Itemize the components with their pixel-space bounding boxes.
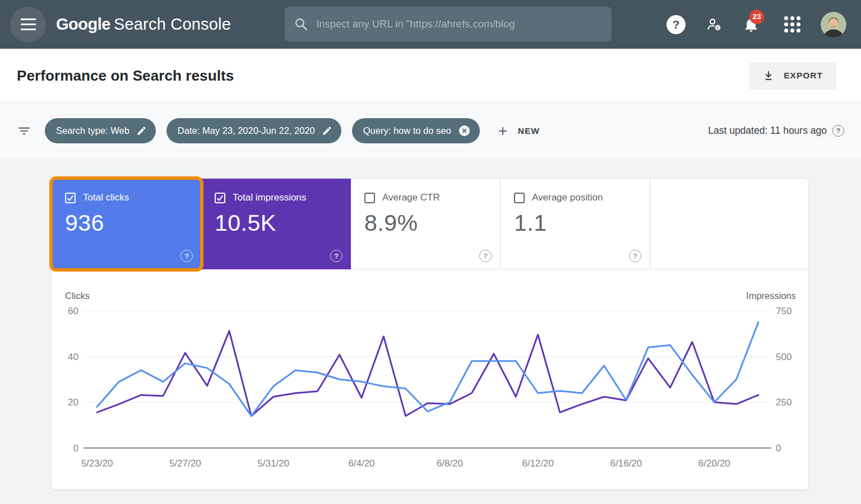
logo-google: Google bbox=[56, 15, 110, 33]
metric-help-icon[interactable]: ? bbox=[180, 250, 193, 262]
checkbox-total-impressions[interactable] bbox=[215, 193, 225, 203]
metric-help-icon[interactable]: ? bbox=[629, 250, 641, 262]
search-input[interactable] bbox=[316, 18, 603, 30]
edit-pencil-icon[interactable] bbox=[136, 125, 147, 136]
search-icon bbox=[294, 17, 308, 31]
last-updated-text: Last updated: 11 hours ago bbox=[708, 125, 827, 137]
logo-search-console: Search Console bbox=[114, 15, 231, 33]
metric-label: Average CTR bbox=[382, 192, 440, 203]
filter-bar: Search type: WebDate: May 23, 2020-Jun 2… bbox=[0, 103, 861, 158]
metric-value: 936 bbox=[65, 210, 188, 236]
new-filter-label: NEW bbox=[518, 126, 540, 136]
x-tick-label: 6/12/20 bbox=[522, 458, 554, 469]
metric-tile-average-position[interactable]: Average position1.1? bbox=[501, 179, 650, 269]
metric-help-icon[interactable]: ? bbox=[479, 250, 492, 262]
checkmark-icon bbox=[67, 194, 74, 202]
metric-value: 10.5K bbox=[215, 210, 337, 236]
last-updated-help-icon[interactable]: ? bbox=[832, 125, 844, 137]
metric-tile-average-ctr[interactable]: Average CTR8.9%? bbox=[351, 179, 501, 269]
user-avatar[interactable] bbox=[821, 12, 846, 38]
x-tick-label: 5/23/20 bbox=[81, 458, 113, 469]
right-axis-title: Impressions bbox=[746, 291, 796, 301]
plus-icon bbox=[496, 124, 510, 138]
left-tick-label: 60 bbox=[68, 306, 78, 316]
checkbox-average-position[interactable] bbox=[514, 193, 525, 203]
checkmark-icon bbox=[216, 194, 224, 202]
metric-label: Total impressions bbox=[233, 192, 306, 203]
download-icon bbox=[762, 69, 775, 82]
x-tick-label: 6/8/20 bbox=[437, 458, 463, 469]
metric-tile-total-impressions[interactable]: Total impressions10.5K? bbox=[201, 179, 351, 269]
metric-value: 8.9% bbox=[364, 210, 487, 236]
right-tick-label: 250 bbox=[776, 397, 791, 408]
last-updated: Last updated: 11 hours ago ? bbox=[708, 125, 844, 137]
checkbox-total-clicks[interactable] bbox=[65, 193, 76, 203]
export-label: EXPORT bbox=[784, 71, 823, 81]
filter-button[interactable] bbox=[17, 124, 31, 138]
url-inspect-searchbar[interactable] bbox=[285, 7, 612, 41]
manage-users-button[interactable] bbox=[706, 17, 723, 32]
export-button[interactable]: EXPORT bbox=[749, 62, 836, 90]
apps-grid-button[interactable] bbox=[784, 16, 800, 32]
help-icon[interactable]: ? bbox=[666, 15, 686, 34]
chart-line-impressions bbox=[97, 331, 758, 416]
chip-label: Query: how to do seo bbox=[363, 125, 451, 136]
right-tick-label: 500 bbox=[776, 352, 791, 362]
left-tick-label: 20 bbox=[68, 397, 78, 408]
metric-tile-total-clicks[interactable]: Total clicks936? bbox=[52, 179, 201, 269]
search-type-chip[interactable]: Search type: Web bbox=[45, 118, 156, 143]
apps-grid-icon bbox=[784, 16, 800, 32]
hamburger-icon bbox=[21, 18, 36, 30]
date-range-chip[interactable]: Date: May 23, 2020-Jun 22, 2020 bbox=[166, 118, 341, 143]
remove-filter-icon[interactable] bbox=[458, 124, 471, 137]
app-logo[interactable]: GoogleSearch Console bbox=[56, 15, 231, 34]
metric-tiles-row: Total clicks936?Total impressions10.5K?A… bbox=[52, 179, 808, 269]
right-tick-label: 0 bbox=[776, 443, 781, 454]
edit-pencil-icon[interactable] bbox=[322, 125, 332, 136]
metric-help-icon[interactable]: ? bbox=[330, 250, 342, 262]
user-settings-icon bbox=[706, 17, 723, 32]
filter-list-icon bbox=[17, 124, 31, 138]
hamburger-menu-button[interactable] bbox=[10, 7, 46, 43]
checkbox-average-ctr[interactable] bbox=[364, 193, 375, 203]
x-tick-label: 6/16/20 bbox=[610, 458, 642, 469]
performance-chart[interactable]: ClicksImpressions002025040500607505/23/2… bbox=[52, 290, 809, 491]
avatar-photo bbox=[821, 12, 846, 38]
left-tick-label: 40 bbox=[68, 352, 78, 362]
new-filter-button[interactable]: NEW bbox=[496, 124, 540, 138]
metric-value: 1.1 bbox=[514, 210, 636, 236]
chip-label: Date: May 23, 2020-Jun 22, 2020 bbox=[178, 125, 315, 136]
right-tick-label: 750 bbox=[776, 306, 791, 316]
x-tick-label: 5/31/20 bbox=[257, 458, 289, 469]
performance-card: Total clicks936?Total impressions10.5K?A… bbox=[51, 178, 809, 490]
x-tick-label: 6/20/20 bbox=[698, 458, 730, 469]
title-bar: Performance on Search results EXPORT bbox=[0, 49, 861, 103]
chip-label: Search type: Web bbox=[56, 125, 129, 136]
left-tick-label: 0 bbox=[73, 443, 78, 454]
metric-label: Average position bbox=[532, 192, 603, 203]
left-axis-title: Clicks bbox=[65, 291, 90, 301]
chart-area: ClicksImpressions002025040500607505/23/2… bbox=[52, 290, 808, 493]
query-chip[interactable]: Query: how to do seo bbox=[352, 118, 480, 143]
notifications-button[interactable]: 23 bbox=[743, 16, 760, 33]
app-header: GoogleSearch Console ? 23 bbox=[0, 0, 861, 49]
metric-label: Total clicks bbox=[83, 192, 129, 203]
notification-badge: 23 bbox=[749, 10, 764, 24]
x-tick-label: 5/27/20 bbox=[169, 458, 201, 469]
x-tick-label: 6/4/20 bbox=[348, 458, 374, 469]
page-title: Performance on Search results bbox=[17, 67, 234, 85]
main-content: Total clicks936?Total impressions10.5K?A… bbox=[0, 158, 861, 504]
